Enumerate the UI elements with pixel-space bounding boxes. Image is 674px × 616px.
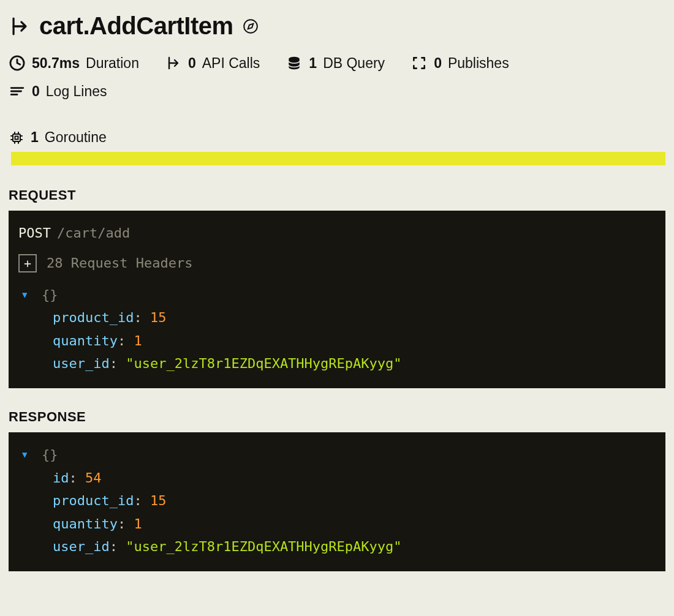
- api-call-icon: [9, 15, 31, 37]
- goroutine-label: Goroutine: [45, 129, 107, 146]
- clock-icon: [9, 54, 26, 72]
- json-field: id: 54: [22, 467, 656, 489]
- duration-label: Duration: [86, 55, 139, 72]
- api-calls-icon: [165, 54, 182, 72]
- json-braces: {}: [42, 443, 58, 466]
- request-body: ▼ {} product_id: 15 quantity: 1 user_id:…: [18, 284, 656, 375]
- log-lines-value: 0: [32, 83, 40, 100]
- stats-row: 50.7ms Duration 0 API Calls 1 DB Quer: [9, 54, 665, 100]
- db-query-label: DB Query: [323, 55, 385, 72]
- database-icon: [286, 54, 303, 72]
- stat-publishes: 0 Publishes: [411, 54, 509, 72]
- api-calls-value: 0: [188, 55, 196, 72]
- svg-rect-12: [13, 134, 20, 141]
- request-section-label: REQUEST: [9, 187, 665, 203]
- json-field: product_id: 15: [22, 306, 656, 329]
- log-lines-label: Log Lines: [46, 83, 107, 100]
- json-field: product_id: 15: [22, 489, 656, 512]
- http-method: POST: [18, 225, 51, 241]
- cpu-icon: [9, 130, 25, 146]
- publishes-label: Publishes: [448, 55, 509, 72]
- json-field: quantity: 1: [22, 513, 656, 535]
- json-field: user_id: "user_2lzT8r1EZDqEXATHHygREpAKy…: [22, 535, 656, 558]
- trace-header: cart.AddCartItem: [9, 12, 665, 40]
- disclosure-triangle-icon[interactable]: ▼: [22, 288, 31, 302]
- disclosure-triangle-icon[interactable]: ▼: [22, 448, 31, 462]
- goroutine-count: 1: [31, 129, 39, 146]
- headers-toggle-row[interactable]: + 28 Request Headers: [18, 252, 656, 274]
- stat-api-calls: 0 API Calls: [165, 54, 260, 72]
- stat-duration: 50.7ms Duration: [9, 54, 139, 72]
- svg-rect-13: [15, 136, 18, 139]
- request-panel: POST/cart/add + 28 Request Headers ▼ {} …: [9, 211, 665, 388]
- http-path: /cart/add: [57, 225, 130, 241]
- stat-log-lines: 0 Log Lines: [9, 83, 665, 100]
- headers-label: Request Headers: [71, 255, 193, 271]
- publishes-icon: [411, 54, 428, 72]
- svg-point-2: [244, 20, 257, 33]
- compass-icon[interactable]: [242, 18, 259, 35]
- json-field: user_id: "user_2lzT8r1EZDqEXATHHygREpAKy…: [22, 352, 656, 375]
- publishes-value: 0: [434, 55, 442, 72]
- timeline-bar[interactable]: [11, 152, 665, 165]
- stat-db-query: 1 DB Query: [286, 54, 385, 72]
- json-field: quantity: 1: [22, 329, 656, 352]
- duration-value: 50.7ms: [32, 55, 80, 72]
- trace-title: cart.AddCartItem: [39, 12, 233, 40]
- headers-count: 28: [47, 255, 63, 271]
- response-section-label: RESPONSE: [9, 409, 665, 425]
- json-braces: {}: [42, 284, 58, 306]
- svg-marker-3: [248, 23, 253, 29]
- http-line: POST/cart/add: [18, 222, 656, 244]
- log-lines-icon: [9, 83, 26, 100]
- response-body: ▼ {} id: 54 product_id: 15 quantity: 1 u…: [18, 443, 656, 558]
- api-calls-label: API Calls: [202, 55, 260, 72]
- goroutine-row: 1 Goroutine: [9, 129, 665, 146]
- db-query-value: 1: [309, 55, 317, 72]
- response-panel: ▼ {} id: 54 product_id: 15 quantity: 1 u…: [9, 432, 665, 571]
- expand-headers-button[interactable]: +: [18, 254, 37, 272]
